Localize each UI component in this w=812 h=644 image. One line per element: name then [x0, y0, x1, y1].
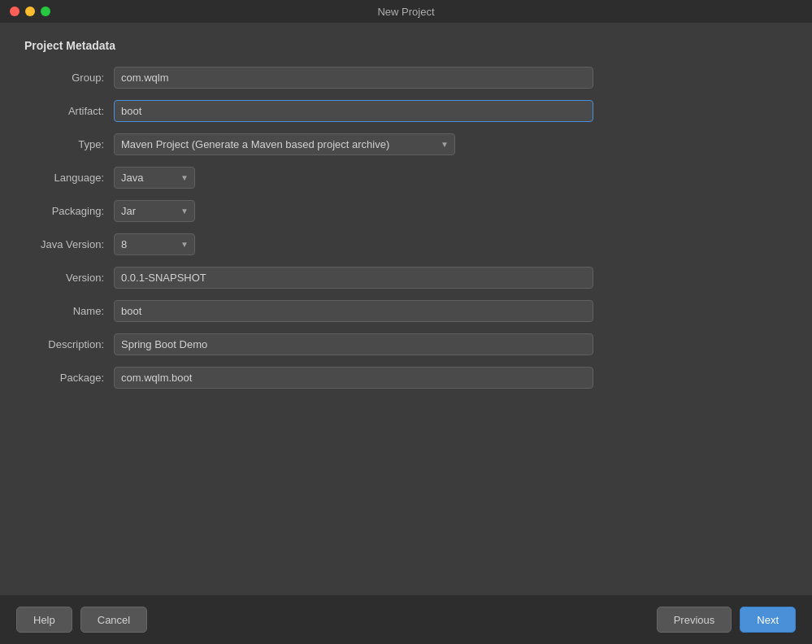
maximize-button[interactable]	[41, 7, 50, 16]
window-title: New Project	[377, 6, 434, 18]
java-version-select-wrapper: 8 11 17 ▼	[114, 233, 195, 255]
packaging-row: Packaging: Jar War ▼	[24, 200, 788, 222]
name-label: Name:	[24, 305, 114, 317]
form-area: Group: Artifact: Type: Maven Project (Ge…	[24, 67, 788, 579]
main-content: Project Metadata Group: Artifact: Type: …	[0, 23, 812, 595]
name-input[interactable]	[114, 300, 593, 322]
bottom-bar: Help Cancel Previous Next	[0, 595, 812, 644]
language-row: Language: Java Kotlin Groovy ▼	[24, 167, 788, 189]
package-row: Package:	[24, 367, 788, 389]
version-row: Version:	[24, 267, 788, 289]
title-bar: New Project	[0, 0, 812, 23]
bottom-right-buttons: Previous Next	[657, 607, 796, 633]
version-label: Version:	[24, 272, 114, 284]
package-label: Package:	[24, 372, 114, 384]
type-row: Type: Maven Project (Generate a Maven ba…	[24, 133, 788, 155]
language-select-wrapper: Java Kotlin Groovy ▼	[114, 167, 195, 189]
help-button[interactable]: Help	[16, 607, 72, 633]
name-row: Name:	[24, 300, 788, 322]
traffic-lights	[10, 7, 50, 16]
group-row: Group:	[24, 67, 788, 89]
description-input[interactable]	[114, 333, 593, 355]
type-label: Type:	[24, 138, 114, 150]
type-select-wrapper: Maven Project (Generate a Maven based pr…	[114, 133, 455, 155]
artifact-row: Artifact:	[24, 100, 788, 122]
description-row: Description:	[24, 333, 788, 355]
java-version-select[interactable]: 8 11 17	[114, 233, 195, 255]
packaging-select[interactable]: Jar War	[114, 200, 195, 222]
type-select[interactable]: Maven Project (Generate a Maven based pr…	[114, 133, 455, 155]
bottom-left-buttons: Help Cancel	[16, 607, 147, 633]
cancel-button[interactable]: Cancel	[80, 607, 147, 633]
previous-button[interactable]: Previous	[657, 607, 732, 633]
group-input[interactable]	[114, 67, 593, 89]
version-input[interactable]	[114, 267, 593, 289]
section-title: Project Metadata	[24, 39, 788, 52]
language-select[interactable]: Java Kotlin Groovy	[114, 167, 195, 189]
package-input[interactable]	[114, 367, 593, 389]
java-version-row: Java Version: 8 11 17 ▼	[24, 233, 788, 255]
minimize-button[interactable]	[25, 7, 35, 16]
close-button[interactable]	[10, 7, 20, 16]
packaging-label: Packaging:	[24, 205, 114, 217]
java-version-label: Java Version:	[24, 238, 114, 250]
language-label: Language:	[24, 172, 114, 184]
artifact-label: Artifact:	[24, 105, 114, 117]
next-button[interactable]: Next	[740, 607, 796, 633]
artifact-input[interactable]	[114, 100, 593, 122]
group-label: Group:	[24, 72, 114, 84]
description-label: Description:	[24, 338, 114, 350]
window: New Project Project Metadata Group: Arti…	[0, 0, 812, 644]
packaging-select-wrapper: Jar War ▼	[114, 200, 195, 222]
